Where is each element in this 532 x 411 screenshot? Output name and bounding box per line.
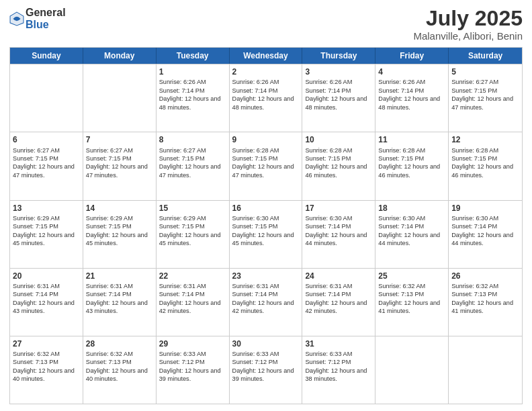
day-number: 8: [159, 134, 226, 145]
day-number: 24: [305, 271, 372, 281]
day-number: 18: [378, 203, 445, 214]
cell-info: Sunrise: 6:32 AM Sunset: 7:13 PM Dayligh…: [86, 350, 153, 383]
day-number: 13: [13, 203, 80, 214]
header-day-saturday: Saturday: [449, 48, 522, 64]
day-cell-18: 18Sunrise: 6:30 AM Sunset: 7:14 PM Dayli…: [375, 201, 449, 268]
cell-info: Sunrise: 6:32 AM Sunset: 7:13 PM Dayligh…: [13, 350, 80, 383]
cell-info: Sunrise: 6:31 AM Sunset: 7:14 PM Dayligh…: [13, 282, 80, 316]
day-cell-14: 14Sunrise: 6:29 AM Sunset: 7:15 PM Dayli…: [83, 201, 157, 268]
cell-info: Sunrise: 6:26 AM Sunset: 7:14 PM Dayligh…: [159, 78, 226, 111]
day-cell-9: 9Sunrise: 6:28 AM Sunset: 7:15 PM Daylig…: [230, 132, 303, 199]
day-number: 31: [305, 338, 372, 349]
day-number: 6: [13, 134, 80, 145]
cell-info: Sunrise: 6:27 AM Sunset: 7:15 PM Dayligh…: [13, 146, 80, 180]
day-number: 30: [232, 338, 300, 349]
day-number: 22: [159, 271, 226, 281]
day-number: 16: [232, 203, 300, 214]
day-number: 17: [305, 203, 372, 214]
empty-cell: [10, 64, 83, 132]
day-cell-25: 25Sunrise: 6:32 AM Sunset: 7:13 PM Dayli…: [375, 269, 449, 336]
cell-info: Sunrise: 6:30 AM Sunset: 7:15 PM Dayligh…: [232, 214, 300, 248]
day-cell-29: 29Sunrise: 6:33 AM Sunset: 7:12 PM Dayli…: [157, 336, 230, 404]
day-number: 20: [13, 271, 80, 281]
week-3: 13Sunrise: 6:29 AM Sunset: 7:15 PM Dayli…: [10, 200, 522, 268]
day-cell-4: 4Sunrise: 6:26 AM Sunset: 7:14 PM Daylig…: [375, 64, 449, 132]
cell-info: Sunrise: 6:31 AM Sunset: 7:14 PM Dayligh…: [232, 282, 300, 316]
calendar-title: July 2025: [413, 7, 523, 30]
day-cell-10: 10Sunrise: 6:28 AM Sunset: 7:15 PM Dayli…: [302, 132, 375, 199]
day-cell-28: 28Sunrise: 6:32 AM Sunset: 7:13 PM Dayli…: [83, 336, 157, 404]
day-cell-6: 6Sunrise: 6:27 AM Sunset: 7:15 PM Daylig…: [10, 132, 83, 199]
day-cell-5: 5Sunrise: 6:27 AM Sunset: 7:15 PM Daylig…: [449, 64, 522, 132]
day-cell-23: 23Sunrise: 6:31 AM Sunset: 7:14 PM Dayli…: [230, 269, 303, 336]
cell-info: Sunrise: 6:27 AM Sunset: 7:15 PM Dayligh…: [451, 78, 519, 111]
week-5: 27Sunrise: 6:32 AM Sunset: 7:13 PM Dayli…: [10, 336, 522, 404]
cell-info: Sunrise: 6:27 AM Sunset: 7:15 PM Dayligh…: [159, 146, 226, 180]
day-number: 4: [378, 66, 445, 77]
cell-info: Sunrise: 6:33 AM Sunset: 7:12 PM Dayligh…: [305, 350, 372, 383]
cell-info: Sunrise: 6:32 AM Sunset: 7:13 PM Dayligh…: [451, 282, 519, 316]
logo-text: General Blue: [26, 7, 66, 31]
header-day-monday: Monday: [83, 48, 157, 64]
day-number: 5: [451, 66, 519, 77]
day-cell-11: 11Sunrise: 6:28 AM Sunset: 7:15 PM Dayli…: [375, 132, 449, 199]
calendar-header-row: SundayMondayTuesdayWednesdayThursdayFrid…: [10, 48, 522, 64]
day-number: 21: [86, 271, 153, 281]
cell-info: Sunrise: 6:31 AM Sunset: 7:14 PM Dayligh…: [159, 282, 226, 316]
logo: General Blue: [9, 7, 66, 31]
day-cell-12: 12Sunrise: 6:28 AM Sunset: 7:15 PM Dayli…: [449, 132, 522, 199]
header-day-sunday: Sunday: [10, 48, 83, 64]
day-cell-26: 26Sunrise: 6:32 AM Sunset: 7:13 PM Dayli…: [449, 269, 522, 336]
week-1: 1Sunrise: 6:26 AM Sunset: 7:14 PM Daylig…: [10, 64, 522, 132]
day-cell-16: 16Sunrise: 6:30 AM Sunset: 7:15 PM Dayli…: [230, 201, 303, 268]
day-cell-30: 30Sunrise: 6:33 AM Sunset: 7:12 PM Dayli…: [230, 336, 303, 404]
cell-info: Sunrise: 6:28 AM Sunset: 7:15 PM Dayligh…: [451, 146, 519, 180]
day-cell-15: 15Sunrise: 6:29 AM Sunset: 7:15 PM Dayli…: [157, 201, 230, 268]
cell-info: Sunrise: 6:29 AM Sunset: 7:15 PM Dayligh…: [159, 214, 226, 248]
day-cell-19: 19Sunrise: 6:30 AM Sunset: 7:14 PM Dayli…: [449, 201, 522, 268]
week-4: 20Sunrise: 6:31 AM Sunset: 7:14 PM Dayli…: [10, 268, 522, 336]
header-day-thursday: Thursday: [302, 48, 375, 64]
cell-info: Sunrise: 6:29 AM Sunset: 7:15 PM Dayligh…: [86, 214, 153, 248]
day-number: 15: [159, 203, 226, 214]
cell-info: Sunrise: 6:32 AM Sunset: 7:13 PM Dayligh…: [378, 282, 445, 316]
header-day-friday: Friday: [375, 48, 449, 64]
day-cell-13: 13Sunrise: 6:29 AM Sunset: 7:15 PM Dayli…: [10, 201, 83, 268]
day-cell-21: 21Sunrise: 6:31 AM Sunset: 7:14 PM Dayli…: [83, 269, 157, 336]
day-number: 12: [451, 134, 519, 145]
header: General Blue July 2025 Malanville, Alibo…: [9, 7, 523, 42]
logo-general: General: [26, 7, 66, 18]
day-number: 19: [451, 203, 519, 214]
header-day-wednesday: Wednesday: [230, 48, 303, 64]
cell-info: Sunrise: 6:26 AM Sunset: 7:14 PM Dayligh…: [305, 78, 372, 111]
day-number: 3: [305, 66, 372, 77]
title-block: July 2025 Malanville, Alibori, Benin: [413, 7, 523, 42]
empty-cell: [449, 336, 522, 404]
empty-cell: [83, 64, 157, 132]
cell-info: Sunrise: 6:28 AM Sunset: 7:15 PM Dayligh…: [305, 146, 372, 180]
day-cell-7: 7Sunrise: 6:27 AM Sunset: 7:15 PM Daylig…: [83, 132, 157, 199]
day-number: 11: [378, 134, 445, 145]
logo-icon: [9, 11, 24, 26]
cell-info: Sunrise: 6:28 AM Sunset: 7:15 PM Dayligh…: [378, 146, 445, 180]
day-number: 27: [13, 338, 80, 349]
day-cell-3: 3Sunrise: 6:26 AM Sunset: 7:14 PM Daylig…: [302, 64, 375, 132]
cell-info: Sunrise: 6:31 AM Sunset: 7:14 PM Dayligh…: [86, 282, 153, 316]
day-number: 23: [232, 271, 300, 281]
cell-info: Sunrise: 6:30 AM Sunset: 7:14 PM Dayligh…: [451, 214, 519, 248]
day-number: 10: [305, 134, 372, 145]
cell-info: Sunrise: 6:26 AM Sunset: 7:14 PM Dayligh…: [378, 78, 445, 111]
day-cell-2: 2Sunrise: 6:26 AM Sunset: 7:14 PM Daylig…: [230, 64, 303, 132]
day-cell-1: 1Sunrise: 6:26 AM Sunset: 7:14 PM Daylig…: [157, 64, 230, 132]
cell-info: Sunrise: 6:28 AM Sunset: 7:15 PM Dayligh…: [232, 146, 300, 180]
day-number: 14: [86, 203, 153, 214]
day-cell-17: 17Sunrise: 6:30 AM Sunset: 7:14 PM Dayli…: [302, 201, 375, 268]
day-cell-31: 31Sunrise: 6:33 AM Sunset: 7:12 PM Dayli…: [302, 336, 375, 404]
cell-info: Sunrise: 6:30 AM Sunset: 7:14 PM Dayligh…: [305, 214, 372, 248]
day-number: 28: [86, 338, 153, 349]
day-cell-20: 20Sunrise: 6:31 AM Sunset: 7:14 PM Dayli…: [10, 269, 83, 336]
calendar-subtitle: Malanville, Alibori, Benin: [413, 30, 523, 42]
cell-info: Sunrise: 6:27 AM Sunset: 7:15 PM Dayligh…: [86, 146, 153, 180]
calendar-body: 1Sunrise: 6:26 AM Sunset: 7:14 PM Daylig…: [10, 64, 522, 404]
cell-info: Sunrise: 6:26 AM Sunset: 7:14 PM Dayligh…: [232, 78, 300, 111]
